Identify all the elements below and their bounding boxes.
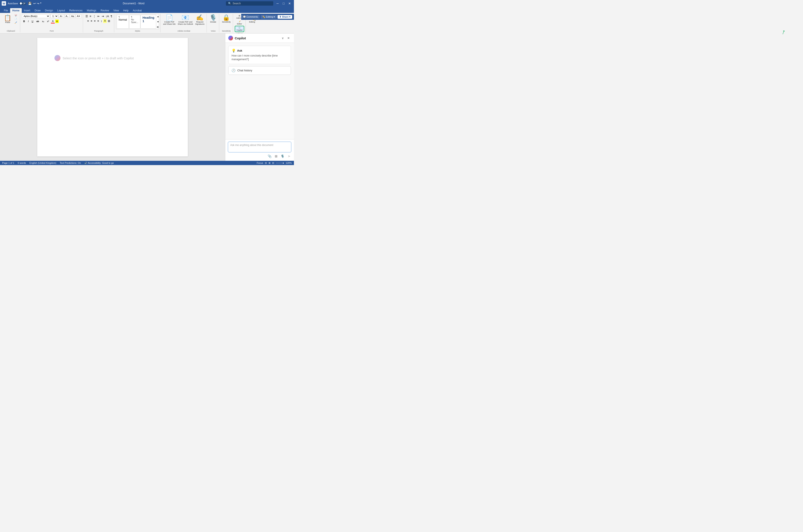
styles-up-icon[interactable]: ▲ [157,15,159,18]
tab-file[interactable]: File [2,8,10,13]
maximize-button[interactable]: □ [281,1,286,6]
editor-button[interactable]: 📝 Editor [236,20,243,25]
subscript-button[interactable]: x₂ [41,19,45,23]
toggle-label: Off [23,2,25,5]
redo-icon[interactable]: ↪ [37,2,39,5]
request-signatures-button[interactable]: ✍️ Request Signatures [194,14,205,25]
line-spacing-button[interactable]: ↕ [100,19,103,23]
copilot-input-actions: 📎 ⊞ 🎙️ ➤ [228,154,291,159]
copilot-ask-card[interactable]: 💡 Ask How can I more concisely describe … [228,46,291,64]
align-center-button[interactable]: ≡ [90,19,93,23]
comments-button[interactable]: 💬 Comments [241,15,260,19]
minimize-button[interactable]: ─ [275,1,280,6]
view-reader-icon[interactable]: ⊞ [269,162,271,165]
copilot-input-box[interactable]: Ask me anything about this document [228,141,291,152]
change-case-button[interactable]: Aa [70,14,75,18]
copilot-body: 💡 Ask How can I more concisely describe … [225,43,294,139]
copilot-collapse-button[interactable]: ∨ [280,36,285,40]
copilot-button[interactable]: ⬡ Copilot [235,26,244,32]
sensitivity-button[interactable]: 🔒 Sensitivity [221,14,232,23]
format-painter-button[interactable]: 🖌️ [13,21,19,24]
cut-icon: ✂️ [15,15,17,17]
undo-redo-area: ↩ ↪ ▾ [33,2,41,5]
clear-formatting-button[interactable]: A✕ [76,14,81,18]
paste-button[interactable]: 📋 Paste [3,15,12,24]
increase-indent-button[interactable]: ⇥ [101,14,105,18]
justify-button[interactable]: ≡ [97,19,99,23]
borders-button[interactable]: ⊞ [107,19,111,23]
autosave-toggle[interactable]: Off [19,2,26,5]
align-left-button[interactable]: ≡ [87,19,90,23]
copy-button[interactable]: 📄 [13,18,19,21]
copilot-doc-icon [54,55,60,61]
tab-references[interactable]: References [67,8,85,13]
font-size-select[interactable]: 12 [51,14,58,18]
cut-button[interactable]: ✂️ [13,14,19,17]
strikethrough-button[interactable]: ab [35,19,40,23]
styles-down-icon[interactable]: ▼ [157,21,159,23]
font-size-decrease-button[interactable]: A↓ [65,14,70,18]
editor-icon: 📝 [238,20,240,23]
tab-review[interactable]: Review [98,8,111,13]
style-normal[interactable]: ¶ Normal [116,15,129,28]
dropdown-icon[interactable]: ▾ [40,2,41,5]
editing-mode-button[interactable]: ✏️ Editing ▾ [260,15,277,19]
underline-button[interactable]: U [30,19,35,23]
style-no-spacing[interactable]: ¶ No Spac... [129,15,140,28]
zoom-slider[interactable]: ────● [276,162,284,164]
copilot-ask-text: How can I more concisely describe [time … [232,54,288,61]
font-size-increase-button[interactable]: A↑ [59,14,64,18]
tab-draw[interactable]: Draw [33,8,43,13]
tab-view[interactable]: View [111,8,121,13]
view-web-icon[interactable]: ⊟ [272,162,274,165]
numbering-button[interactable]: ≡ [89,14,92,18]
save-icon[interactable]: 💾 [28,2,32,5]
send-button[interactable]: ➤ [287,154,291,159]
sort-button[interactable]: ↕A [105,14,110,18]
bold-button[interactable]: B [22,19,26,23]
italic-button[interactable]: I [27,19,30,23]
share-button[interactable]: ⬆ Share ▾ [277,15,292,19]
tab-insert[interactable]: Insert [22,8,33,13]
tab-acrobat[interactable]: Acrobat [131,8,144,13]
table-button[interactable]: ⊞ [274,154,278,159]
page-info: Page 1 of 1 [2,162,14,164]
tab-layout[interactable]: Layout [55,8,67,13]
create-pdf-share-button[interactable]: 📄 Create PDF and Share link [162,14,177,25]
view-normal-icon[interactable]: ⊟ [265,162,267,165]
mic-button[interactable]: 🎙️ [280,154,286,159]
focus-button[interactable]: Focus [257,162,263,164]
highlight-color-button[interactable]: A [55,20,58,23]
copilot-close-button[interactable]: ✕ [286,36,291,40]
style-heading1[interactable]: Heading 1 [141,15,156,28]
create-pdf-outlook-button[interactable]: 📧 Create PDF and Share via Outlook [177,14,194,25]
document-area[interactable]: Select the icon or press Alt + i to draf… [0,34,225,161]
show-formatting-button[interactable]: ¶ [110,14,113,18]
chevron-down-icon: ▾ [274,16,275,18]
autosave-area: AutoSave Off [8,2,26,5]
tab-design[interactable]: Design [43,8,55,13]
tab-home[interactable]: Home [10,8,21,13]
search-icon: 🔍 [228,2,231,5]
paragraph-controls: ☰ ≡ ⋮ ⇤ ⇥ ↕A ¶ ≡ ≡ ≡ ≡ ↕ A ⊞ [85,14,113,23]
dictate-button[interactable]: 🎙️ Dictate [208,14,218,23]
chat-history-button[interactable]: 🕐 Chat history [228,66,291,75]
font-color-button[interactable]: A [51,19,55,23]
sensitivity-group: 🔒 Sensitivity Sensitivity [220,14,233,33]
search-bar[interactable]: 🔍 Search [226,1,273,5]
bullets-button[interactable]: ☰ [85,14,89,18]
attach-button[interactable]: 📎 [267,154,273,159]
tab-help[interactable]: Help [121,8,131,13]
shading-button[interactable]: A [103,19,107,23]
superscript-button[interactable]: x² [46,19,50,23]
undo-icon[interactable]: ↩ [33,2,36,5]
signatures-icon: ✍️ [196,15,203,21]
decrease-indent-button[interactable]: ⇤ [97,14,101,18]
multilevel-list-button[interactable]: ⋮ [92,14,96,18]
tab-mailings[interactable]: Mailings [85,8,98,13]
comments-icon: 💬 [243,16,246,18]
font-family-select[interactable]: Aptos (Body) [22,14,50,18]
styles-expand-icon[interactable]: ⊞ [157,26,159,28]
close-button[interactable]: ✕ [287,1,292,6]
align-right-button[interactable]: ≡ [93,19,96,23]
